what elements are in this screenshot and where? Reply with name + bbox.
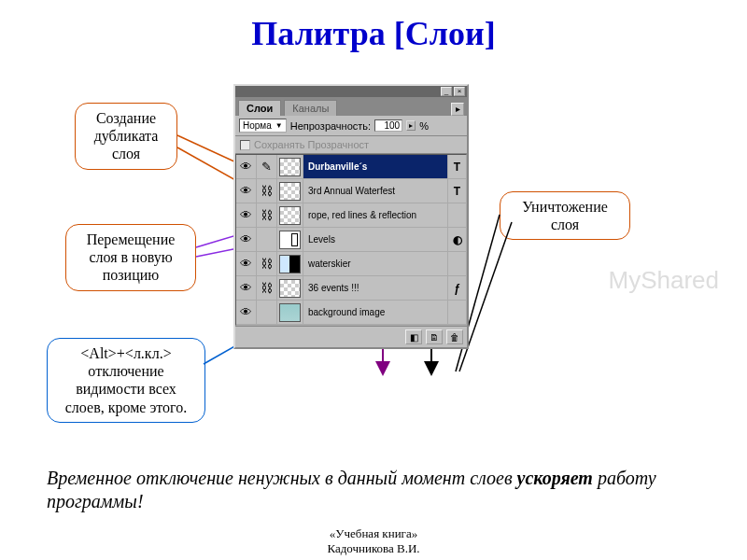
layer-row[interactable]: 👁 background image bbox=[236, 301, 466, 325]
layer-row[interactable]: 👁 ⛓ 36 events !!! ƒ bbox=[236, 276, 466, 301]
opacity-label: Непрозрачность: bbox=[290, 120, 371, 132]
credit: «Учебная книга» Кадочникова В.И. bbox=[0, 526, 747, 556]
text-layer-icon: T bbox=[447, 179, 466, 203]
layer-row[interactable]: 👁 Levels ◐ bbox=[236, 228, 466, 252]
brush-icon[interactable]: ✎ bbox=[257, 155, 277, 178]
minimize-icon[interactable]: _ bbox=[441, 87, 452, 96]
layer-name[interactable]: background image bbox=[303, 301, 447, 324]
layer-thumbnail bbox=[277, 301, 303, 324]
tip-text: Временное отключение ненужных в данный м… bbox=[47, 467, 700, 513]
new-layer-button[interactable]: 🗎 bbox=[426, 329, 443, 344]
layer-name[interactable]: Levels bbox=[303, 228, 447, 251]
blend-mode-label: Норма bbox=[243, 120, 272, 131]
link-icon[interactable]: ⛓ bbox=[257, 179, 277, 203]
layer-row[interactable]: 👁 ⛓ rope, red lines & reflection bbox=[236, 203, 466, 228]
preserve-transparency-label: Сохранять Прозрачност bbox=[254, 139, 369, 150]
link-cell[interactable] bbox=[257, 228, 277, 251]
layer-thumbnail bbox=[277, 155, 303, 178]
layer-thumbnail bbox=[277, 228, 303, 251]
watermark: MyShared bbox=[609, 266, 720, 295]
kbd-lclick: <л.кл.> bbox=[125, 345, 172, 361]
layer-row[interactable]: 👁 ✎ Durbanville´s T bbox=[236, 155, 466, 179]
text-layer-icon: T bbox=[447, 155, 466, 178]
link-icon[interactable]: ⛓ bbox=[257, 252, 277, 275]
layers-panel: _ × Слои Каналы ▸ Норма ▼ Непрозрачность… bbox=[233, 84, 469, 349]
panel-bottom-bar: ◧ 🗎 🗑 bbox=[235, 326, 467, 347]
panel-titlebar: _ × bbox=[235, 86, 467, 97]
layer-list: 👁 ✎ Durbanville´s T 👁 ⛓ 3rd Annual Water… bbox=[235, 154, 467, 326]
opacity-stepper[interactable]: ▸ bbox=[406, 120, 416, 131]
page-title: Палитра [Слои] bbox=[0, 14, 747, 53]
layer-name[interactable]: rope, red lines & reflection bbox=[303, 203, 447, 227]
layer-thumbnail bbox=[277, 252, 303, 275]
layer-name[interactable]: Durbanville´s bbox=[303, 155, 447, 178]
checkbox-icon[interactable] bbox=[240, 140, 250, 150]
effects-layer-icon: ƒ bbox=[447, 276, 466, 300]
eye-icon[interactable]: 👁 bbox=[236, 155, 257, 178]
link-icon[interactable]: ⛓ bbox=[257, 276, 277, 300]
credit-line1: «Учебная книга» bbox=[0, 526, 747, 541]
eye-icon[interactable]: 👁 bbox=[236, 179, 257, 203]
eye-icon[interactable]: 👁 bbox=[236, 276, 257, 300]
panel-menu-icon[interactable]: ▸ bbox=[451, 103, 464, 116]
link-cell[interactable] bbox=[257, 301, 277, 324]
eye-icon[interactable]: 👁 bbox=[236, 301, 257, 324]
adjustment-layer-icon: ◐ bbox=[447, 228, 466, 251]
layer-name[interactable]: 36 events !!! bbox=[303, 276, 447, 300]
layer-row[interactable]: 👁 ⛓ 3rd Annual Waterfest T bbox=[236, 179, 466, 203]
chevron-down-icon: ▼ bbox=[275, 121, 283, 130]
opacity-percent: % bbox=[419, 120, 429, 132]
tip-line1: Временное отключение ненужных в данный м… bbox=[47, 468, 517, 488]
layer-options-row: Норма ▼ Непрозрачность: 100 ▸ % bbox=[235, 116, 467, 136]
layer-mask-icon bbox=[447, 203, 466, 227]
callout-delete-layer: Уничтожение слоя bbox=[500, 191, 630, 240]
credit-line2: Кадочникова В.И. bbox=[0, 541, 747, 556]
blend-mode-select[interactable]: Норма ▼ bbox=[239, 119, 287, 133]
callout-move-layer: Перемещение слоя в новую позицию bbox=[65, 224, 196, 291]
layer-thumbnail bbox=[277, 179, 303, 203]
layer-name[interactable]: waterskier bbox=[303, 252, 447, 275]
delete-layer-button[interactable]: 🗑 bbox=[446, 329, 463, 344]
preserve-transparency-row[interactable]: Сохранять Прозрачност bbox=[235, 136, 467, 154]
alt-vis-text: отключение видимости всех слоев, кроме э… bbox=[65, 363, 187, 414]
layer-mask-icon bbox=[447, 301, 466, 324]
kbd-alt: <Alt> bbox=[80, 345, 117, 361]
layer-thumbnail bbox=[277, 203, 303, 227]
close-icon[interactable]: × bbox=[454, 87, 465, 96]
eye-icon[interactable]: 👁 bbox=[236, 252, 257, 275]
layer-thumbnail bbox=[277, 276, 303, 300]
panel-tabs: Слои Каналы ▸ bbox=[235, 97, 467, 116]
link-icon[interactable]: ⛓ bbox=[257, 203, 277, 227]
eye-icon[interactable]: 👁 bbox=[236, 203, 257, 227]
opacity-input[interactable]: 100 bbox=[374, 119, 402, 132]
layer-mask-button[interactable]: ◧ bbox=[405, 329, 422, 344]
tab-channels[interactable]: Каналы bbox=[284, 100, 337, 116]
plus: + bbox=[117, 345, 125, 361]
layer-mask-icon bbox=[447, 252, 466, 275]
layer-row[interactable]: 👁 ⛓ waterskier bbox=[236, 252, 466, 276]
callout-duplicate-layer: Создание дубликата слоя bbox=[75, 103, 177, 170]
tip-emphasis: ускоряет bbox=[517, 468, 593, 488]
eye-icon[interactable]: 👁 bbox=[236, 228, 257, 251]
tab-layers[interactable]: Слои bbox=[238, 100, 281, 116]
layer-name[interactable]: 3rd Annual Waterfest bbox=[303, 179, 447, 203]
callout-alt-visibility: <Alt>+<л.кл.> отключение видимости всех … bbox=[47, 338, 205, 423]
